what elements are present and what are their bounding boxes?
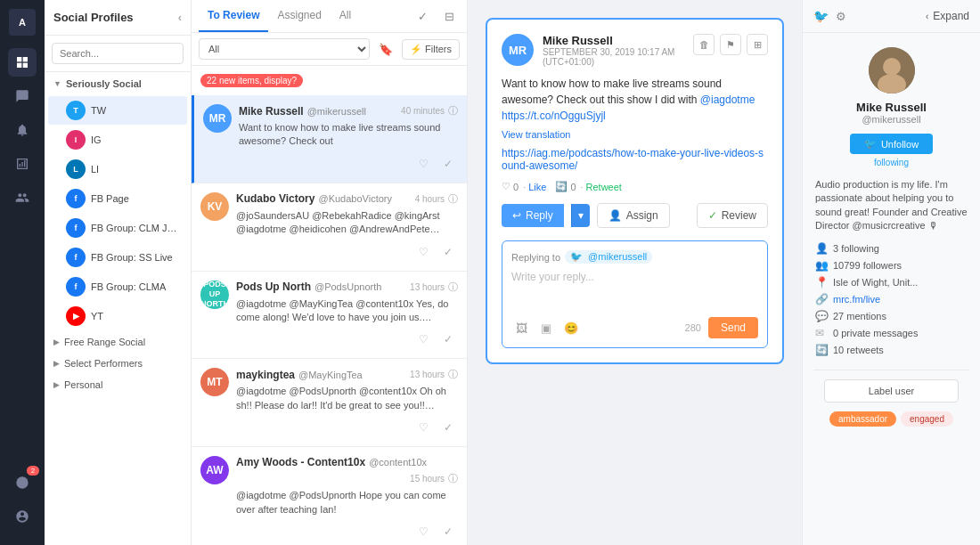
check-action-2[interactable]: ✓ [438,329,458,349]
sidebar-item-fb-page[interactable]: f FB Page [48,184,187,213]
sidebar-item-li[interactable]: L LI [48,155,187,183]
conv-flag-button[interactable]: ⚑ [720,34,741,55]
label-user-button[interactable]: Label user [824,379,959,403]
like-action-3[interactable]: ♡ [413,418,433,437]
reply-button[interactable]: ↩ Reply [502,204,564,227]
info-icon-0[interactable]: ⓘ [448,104,458,118]
check-action-0[interactable]: ✓ [438,154,458,174]
conv-avatar: MR [502,34,534,66]
reply-dropdown-button[interactable]: ▾ [571,204,590,227]
checkmark-icon[interactable]: ✓ [412,5,433,27]
sidebar-search-container [45,36,191,72]
stat-link: 🔗 mrc.fm/live [815,293,968,305]
feed-item-mike-russell[interactable]: MR Mike Russell @mikerussell 40 minutes … [192,95,467,183]
reply-input[interactable] [511,271,758,306]
feed-item-amy-woods[interactable]: AW Amy Woods - Content10x @content10x 15… [192,447,467,545]
nav-icon-settings[interactable] [8,502,37,531]
assign-button[interactable]: 👤 Assign [597,203,670,228]
sidebar-item-yt[interactable]: ▶ YT [48,302,187,330]
dm-icon: ✉ [815,327,828,339]
tag-ambassador[interactable]: ambassador [829,411,896,427]
check-action-3[interactable]: ✓ [438,418,458,437]
conv-podcast-link[interactable]: https://iag.me/podcasts/how-to-make-your… [502,147,768,172]
platform-dot-fb-clma: f [66,277,86,297]
nav-icon-analytics[interactable] [8,150,37,178]
nav-icon-people[interactable] [8,183,37,212]
like-action-4[interactable]: ♡ [413,522,433,541]
platform-dot-ig: I [66,130,86,150]
sidebar-collapse-icon[interactable]: ‹ [178,11,182,24]
conv-date: SEPTEMBER 30, 2019 10:17 AM (UTC+01:00) [543,47,684,67]
tag-engaged[interactable]: engaged [901,411,953,427]
sidebar-group-personal[interactable]: ▶ Personal [45,374,191,395]
tab-assigned[interactable]: Assigned [268,0,330,32]
conv-retweet-stat: 🔄 0 · Retweet [555,181,622,192]
reply-handle: 🐦 @mikerussell [565,250,652,264]
gif-icon[interactable]: ▣ [536,318,556,338]
feed-item-kudabo[interactable]: KV Kudabo Victory @KudaboVictory 4 hours… [192,183,467,272]
feed-item-pods-up-north[interactable]: PODSUPNORTH Pods Up North @PodsUpnorth 1… [192,272,467,360]
sidebar-group-header-seriously-social[interactable]: ▼ Seriously Social [45,72,191,95]
tab-all[interactable]: All [331,0,360,32]
sidebar-search-input[interactable] [52,43,184,64]
expand-button[interactable]: ‹ Expand [926,10,969,22]
sidebar-item-fb-group-clm[interactable]: f FB Group: CLM JUMP S... [48,214,187,242]
sidebar-item-tw[interactable]: T TW [48,96,187,125]
feed-item-1-actions: ♡ ✓ [200,242,458,262]
retweet-button[interactable]: Retweet [586,182,622,192]
unfollow-button[interactable]: 🐦 Unfollow [850,134,933,154]
check-action-1[interactable]: ✓ [438,242,458,262]
retweet-stat-icon: 🔄 [815,344,828,356]
nav-icon-chat[interactable] [8,82,37,110]
send-button[interactable]: Send [708,317,758,338]
tab-to-review[interactable]: To Review [199,0,268,32]
filters-button[interactable]: ⚡ Filters [402,39,460,60]
like-button[interactable]: Like [528,182,546,192]
info-icon-2[interactable]: ⓘ [448,281,458,294]
new-items-banner[interactable]: 22 new items, display? [192,66,467,95]
stat-mentions: 💬 27 mentions [815,310,968,322]
image-upload-icon[interactable]: 🖼 [511,318,531,338]
like-action-1[interactable]: ♡ [413,242,433,262]
conv-action-buttons: ↩ Reply ▾ 👤 Assign ✓ Review [502,203,768,228]
feed-avatar-kudabo: KV [200,192,229,221]
svg-rect-1 [23,57,28,61]
info-icon-3[interactable]: ⓘ [448,368,458,381]
sidebar-group-free-range[interactable]: ▶ Free Range Social [45,331,191,353]
gear-icon[interactable]: ⚙ [836,10,846,23]
review-button[interactable]: ✓ Review [697,203,768,228]
info-icon-4[interactable]: ⓘ [448,472,458,485]
layout-icon[interactable]: ⊟ [438,5,460,27]
mentions-icon: 💬 [815,310,828,322]
conv-translate-link[interactable]: View translation [502,129,768,140]
sidebar-title: Social Profiles [53,11,134,24]
check-action-4[interactable]: ✓ [438,522,458,541]
feed-item-4-actions: ♡ ✓ [200,522,458,541]
right-panel: 🐦 ⚙ ‹ Expand Mike Russell @mikerussell 🐦… [802,0,980,545]
sidebar-group-select-performers[interactable]: ▶ Select Performers [45,353,191,374]
reply-box: Replying to 🐦 @mikerussell 🖼 ▣ 😊 280 Sen… [502,240,768,348]
stat-private-messages: ✉ 0 private messages [815,327,968,339]
feed-tabs: To Review Assigned All ✓ ⊟ [192,0,467,33]
conv-trash-button[interactable]: 🗑 [693,34,715,55]
conv-more-button[interactable]: ⊞ [747,34,768,55]
stat-location: 📍 Isle of Wight, Unit... [815,276,968,289]
platform-dot-li: L [66,159,86,179]
profile-handle: @mikerussell [862,114,920,125]
like-action-2[interactable]: ♡ [413,329,433,349]
sidebar-item-fb-group-ss[interactable]: f FB Group: SS Live [48,243,187,272]
conv-author-name: Mike Russell [543,34,684,47]
app-logo[interactable]: A [9,9,36,36]
sidebar-item-ig[interactable]: I IG [48,126,187,154]
feed-filter-select[interactable]: All [199,38,370,60]
nav-icon-notifications-badge[interactable]: 2 [8,468,37,497]
sidebar-item-fb-group-clma[interactable]: f FB Group: CLMA [48,272,187,301]
info-icon-1[interactable]: ⓘ [448,192,458,206]
nav-icon-bell[interactable] [8,116,37,144]
nav-icon-home[interactable] [8,48,37,77]
feed-item-3-actions: ♡ ✓ [200,418,458,437]
feed-item-maykingtea[interactable]: MT maykingtea @MayKingTea 13 hours ⓘ @ia… [192,359,467,447]
emoji-icon[interactable]: 😊 [561,318,581,338]
like-action-0[interactable]: ♡ [413,154,433,174]
bookmark-filter-icon[interactable]: 🔖 [375,38,396,60]
